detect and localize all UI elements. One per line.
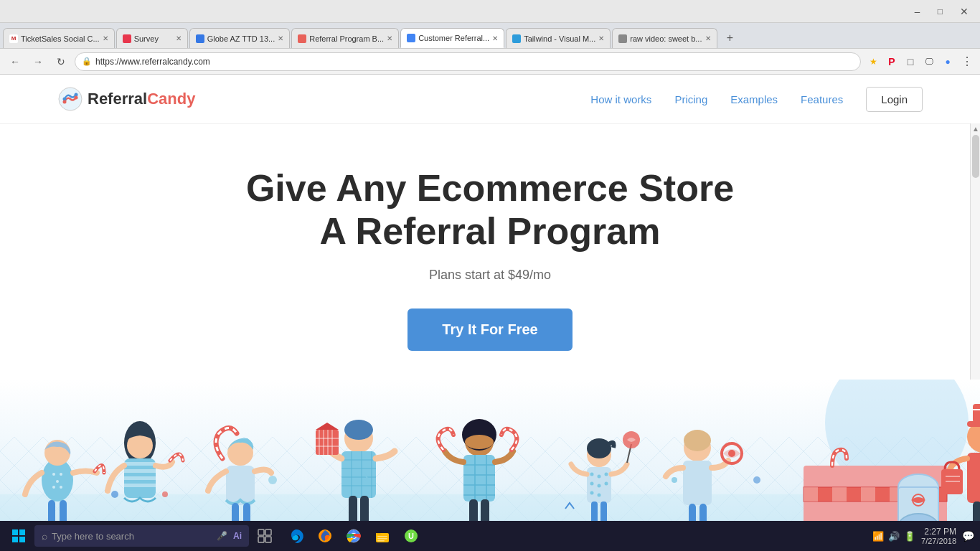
taskbar-sys-icons: 📶 🔊 🔋 — [872, 531, 915, 542]
taskbar: ⌕ 🎤 Ai — [0, 521, 980, 551]
tab-survey[interactable]: Survey ✕ — [116, 28, 188, 48]
hero-section: Give Any Ecommerce Store A Referral Prog… — [0, 124, 980, 380]
extensions-icon[interactable]: □ — [903, 54, 918, 70]
close-button[interactable]: ✕ — [954, 6, 974, 17]
scrollbar-thumb[interactable] — [972, 135, 979, 178]
svg-rect-115 — [258, 537, 264, 542]
notification-icon[interactable]: 💬 — [962, 530, 974, 542]
nav-how-it-works[interactable]: How it works — [590, 93, 651, 105]
taskbar-app-icons: U — [283, 523, 424, 549]
hero-title-line2: A Referral Program — [320, 210, 661, 252]
tab-globe[interactable]: Globe AZ TTD 13... ✕ — [189, 28, 291, 48]
svg-point-30 — [344, 420, 373, 440]
svg-point-104 — [111, 491, 118, 498]
svg-rect-111 — [12, 537, 18, 542]
cast-icon[interactable]: 🖵 — [921, 54, 937, 70]
minimize-button[interactable]: ‒ — [908, 6, 926, 17]
svg-rect-114 — [265, 529, 271, 535]
firefox-icon[interactable] — [312, 523, 338, 549]
svg-rect-112 — [19, 537, 25, 542]
svg-point-15 — [56, 480, 59, 483]
taskbar-clock[interactable]: 2:27 PM 7/27/2018 — [921, 527, 956, 545]
svg-point-105 — [162, 491, 168, 497]
taskbar-search-icon: ⌕ — [42, 530, 47, 542]
svg-rect-31 — [341, 451, 376, 498]
logo: ReferralCandy — [57, 86, 195, 112]
svg-text:U: U — [408, 532, 414, 540]
bookmark-icon[interactable]: ★ — [865, 54, 881, 70]
account-icon[interactable]: ● — [940, 54, 956, 70]
tab-referral-program[interactable]: Referral Program B... ✕ — [291, 28, 399, 48]
tab-close-tailwind[interactable]: ✕ — [598, 34, 604, 42]
svg-rect-116 — [265, 537, 271, 542]
tab-favicon-customer-referral — [407, 34, 415, 42]
nav-examples[interactable]: Examples — [730, 93, 778, 105]
svg-point-13 — [52, 473, 55, 476]
svg-point-64 — [598, 474, 601, 478]
chrome-icon[interactable] — [341, 523, 367, 549]
svg-point-79 — [728, 450, 735, 457]
taskview-button[interactable] — [252, 523, 278, 549]
edge-icon[interactable] — [283, 523, 309, 549]
try-it-free-button[interactable]: Try It For Free — [407, 309, 572, 351]
tab-bar: M TicketSales Social C... ✕ Survey ✕ Glo… — [0, 23, 980, 49]
nav-links: How it works Pricing Examples Features L… — [590, 87, 923, 112]
address-input[interactable] — [75, 52, 861, 71]
battery-icon[interactable]: 🔋 — [904, 531, 915, 542]
login-button[interactable]: Login — [866, 87, 923, 112]
new-tab-button[interactable]: + — [720, 28, 740, 48]
forward-button[interactable]: → — [29, 52, 47, 71]
taskbar-system-tray: 📶 🔊 🔋 2:27 PM 7/27/2018 💬 — [872, 527, 974, 545]
upwork-icon[interactable]: U — [398, 523, 424, 549]
menu-icon[interactable]: ⋮ — [958, 54, 974, 70]
svg-point-106 — [268, 476, 277, 484]
tab-label-survey: Survey — [134, 34, 159, 43]
tab-close-globe[interactable]: ✕ — [278, 34, 283, 42]
svg-point-67 — [598, 484, 601, 487]
lock-icon: 🔒 — [82, 57, 92, 66]
hero-subtitle: Plans start at $49/mo — [14, 268, 966, 283]
tab-close-survey[interactable]: ✕ — [176, 34, 182, 42]
back-button[interactable]: ← — [6, 52, 24, 71]
svg-point-50 — [465, 435, 494, 449]
tab-close-raw-video[interactable]: ✕ — [705, 34, 711, 42]
tab-raw-video[interactable]: raw video: sweet b... ✕ — [612, 28, 717, 48]
logo-text: ReferralCandy — [88, 90, 195, 108]
svg-rect-77 — [683, 461, 712, 505]
tab-favicon-raw-video — [618, 34, 627, 43]
maximize-button[interactable]: □ — [932, 6, 948, 17]
taskbar-mic-icon[interactable]: 🎤 — [217, 531, 227, 541]
reload-button[interactable]: ↻ — [52, 52, 70, 71]
file-explorer-icon[interactable] — [369, 523, 395, 549]
taskbar-ai-label: Ai — [233, 531, 242, 541]
svg-rect-96 — [973, 404, 980, 423]
tab-gmail[interactable]: M TicketSales Social C... ✕ — [3, 28, 115, 48]
taskbar-search-input[interactable] — [52, 531, 209, 542]
tab-customer-referral[interactable]: Customer Referral... ✕ — [400, 28, 504, 48]
tab-close-gmail[interactable]: ✕ — [103, 34, 108, 42]
taskbar-time: 2:27 PM — [921, 527, 956, 537]
nav-pricing[interactable]: Pricing — [674, 93, 707, 105]
site-nav: ReferralCandy How it works Pricing Examp… — [0, 75, 980, 124]
start-button[interactable] — [6, 523, 32, 549]
tab-label-tailwind: Tailwind - Visual M... — [524, 34, 595, 43]
svg-point-65 — [605, 472, 608, 476]
hero-title-line1: Give Any Ecommerce Store — [246, 167, 734, 209]
taskbar-search-box[interactable]: ⌕ 🎤 Ai — [34, 525, 249, 547]
tab-favicon-tailwind — [512, 34, 521, 43]
svg-point-108 — [753, 476, 760, 484]
tab-tailwind[interactable]: Tailwind - Visual M... ✕ — [506, 28, 611, 48]
tab-close-referral-program[interactable]: ✕ — [387, 34, 392, 42]
volume-icon[interactable]: 🔊 — [888, 531, 900, 542]
logo-referral: Referral — [88, 90, 147, 108]
logo-candy: Candy — [147, 90, 195, 108]
svg-point-76 — [684, 430, 711, 451]
nav-features[interactable]: Features — [801, 93, 843, 105]
scroll-up-arrow[interactable]: ▲ — [971, 123, 980, 133]
tab-close-customer-referral[interactable]: ✕ — [492, 34, 498, 42]
network-icon[interactable]: 📶 — [872, 531, 884, 542]
tab-label-referral-program: Referral Program B... — [309, 34, 384, 43]
pinterest-icon[interactable]: P — [884, 54, 900, 70]
title-bar: ‒ □ ✕ — [0, 0, 980, 23]
svg-rect-87 — [861, 487, 875, 501]
